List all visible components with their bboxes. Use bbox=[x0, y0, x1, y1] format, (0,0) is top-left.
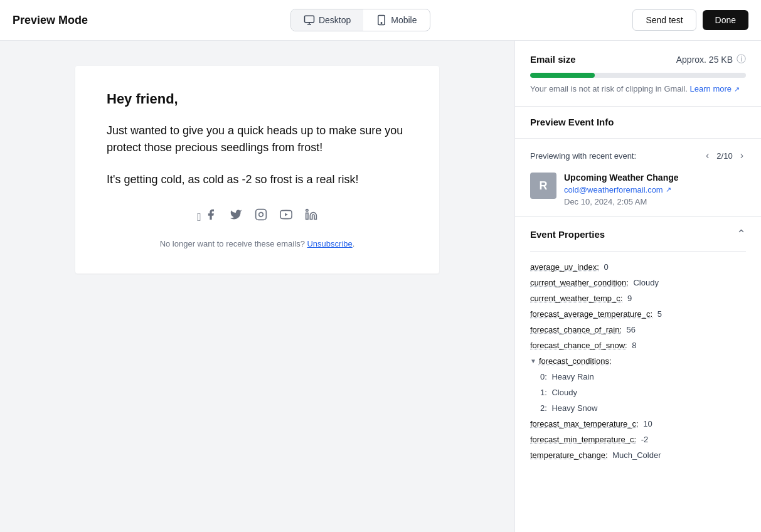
preview-mode-title: Preview Mode bbox=[13, 14, 88, 27]
list-item: temperature_change: Much_Colder bbox=[530, 447, 746, 463]
svg-point-7 bbox=[306, 210, 307, 211]
desktop-button[interactable]: Desktop bbox=[291, 9, 363, 31]
list-item: ▼ forecast_conditions: 0: Heavy Rain 1: … bbox=[530, 353, 746, 416]
event-card: R Upcoming Weather Change cold@weatherfo… bbox=[530, 173, 746, 206]
list-item: forecast_chance_of_snow: 8 bbox=[530, 338, 746, 353]
header-actions: Send test Done bbox=[632, 9, 748, 31]
svg-marker-5 bbox=[285, 213, 288, 216]
svg-rect-0 bbox=[304, 16, 314, 23]
list-item: forecast_max_temperature_c: 10 bbox=[530, 416, 746, 432]
instagram-icon[interactable] bbox=[255, 208, 267, 224]
email-size-value: Approx. 25 KB bbox=[676, 55, 733, 65]
collapse-event-properties-button[interactable]: ⌃ bbox=[737, 227, 746, 241]
event-date: Dec 10, 2024, 2:05 AM bbox=[564, 197, 679, 206]
previewing-label: Previewing with recent event: bbox=[530, 151, 698, 161]
email-size-note: Your email is not at risk of clipping in… bbox=[530, 84, 746, 93]
desktop-icon bbox=[304, 14, 315, 26]
done-button[interactable]: Done bbox=[703, 10, 748, 30]
list-item: 2: Heavy Snow bbox=[540, 400, 746, 416]
preview-event-info-section: Preview Event Info bbox=[515, 107, 761, 139]
property-list: average_uv_index: 0 current_weather_cond… bbox=[530, 252, 746, 471]
preview-event-info-title: Preview Event Info bbox=[530, 117, 614, 127]
unsubscribe-link[interactable]: Unsubscribe bbox=[307, 239, 352, 248]
social-icons:  bbox=[107, 208, 408, 224]
email-body-2: It's getting cold, as cold as -2 so fros… bbox=[107, 171, 408, 188]
linkedin-icon[interactable] bbox=[305, 208, 317, 224]
list-item: current_weather_temp_c: 9 bbox=[530, 290, 746, 306]
email-card: Hey friend, Just wanted to give you a qu… bbox=[75, 66, 439, 274]
youtube-icon[interactable] bbox=[280, 208, 292, 224]
send-test-button[interactable]: Send test bbox=[632, 9, 696, 31]
email-preview-area: Hey friend, Just wanted to give you a qu… bbox=[0, 41, 514, 532]
list-item: forecast_min_temperature_c: -2 bbox=[530, 432, 746, 447]
previewing-section: Previewing with recent event: ‹ 2/10 › R… bbox=[515, 139, 761, 217]
list-item: forecast_average_temperature_c: 5 bbox=[530, 306, 746, 322]
event-info: Upcoming Weather Change cold@weatherfore… bbox=[564, 173, 679, 206]
device-toggle: Desktop Mobile bbox=[290, 9, 430, 31]
email-greeting: Hey friend, bbox=[107, 91, 408, 107]
collapse-triangle-icon: ▼ bbox=[530, 358, 536, 364]
right-panel: Email size Approx. 25 KB ⓘ Your email is… bbox=[514, 41, 761, 532]
svg-point-2 bbox=[381, 23, 383, 24]
forecast-conditions-children: 0: Heavy Rain 1: Cloudy 2: Heavy Snow bbox=[530, 369, 746, 416]
list-item: forecast_chance_of_rain: 56 bbox=[530, 322, 746, 338]
info-icon[interactable]: ⓘ bbox=[737, 53, 746, 65]
event-properties-title: Event Properties bbox=[530, 229, 605, 240]
progress-bar-fill bbox=[530, 73, 595, 78]
svg-rect-3 bbox=[255, 210, 266, 220]
next-event-button[interactable]: › bbox=[738, 149, 746, 162]
mobile-icon bbox=[376, 14, 387, 26]
learn-more-link[interactable]: Learn more ↗ bbox=[690, 84, 740, 93]
external-link-icon: ↗ bbox=[734, 85, 740, 93]
event-email-link[interactable]: cold@weatherforemail.com ↗ bbox=[564, 185, 679, 194]
main-content: Hey friend, Just wanted to give you a qu… bbox=[0, 41, 761, 532]
event-properties-section: Event Properties ⌃ average_uv_index: 0 c… bbox=[515, 217, 761, 471]
list-item: 0: Heavy Rain bbox=[540, 369, 746, 385]
event-counter: 2/10 bbox=[716, 151, 732, 161]
event-avatar: R bbox=[530, 173, 556, 199]
email-body-1: Just wanted to give you a quick heads up… bbox=[107, 122, 408, 156]
email-size-label: Email size bbox=[530, 54, 576, 65]
event-name: Upcoming Weather Change bbox=[564, 173, 679, 183]
facebook-icon[interactable]:  bbox=[197, 208, 217, 224]
svg-rect-6 bbox=[306, 213, 307, 220]
progress-bar-background bbox=[530, 73, 746, 78]
list-item: 1: Cloudy bbox=[540, 385, 746, 400]
email-unsubscribe: No longer want to receive these emails? … bbox=[107, 239, 408, 248]
header: Preview Mode Desktop Mobile Send test Do… bbox=[0, 0, 761, 41]
list-item: current_weather_condition: Cloudy bbox=[530, 275, 746, 290]
email-size-section: Email size Approx. 25 KB ⓘ Your email is… bbox=[515, 41, 761, 107]
list-item: average_uv_index: 0 bbox=[530, 259, 746, 275]
mobile-button[interactable]: Mobile bbox=[363, 9, 429, 31]
forecast-conditions-toggle[interactable]: ▼ forecast_conditions: bbox=[530, 353, 746, 369]
prev-event-button[interactable]: ‹ bbox=[703, 149, 711, 162]
external-link-icon-small: ↗ bbox=[666, 186, 671, 194]
twitter-icon[interactable] bbox=[230, 208, 242, 224]
